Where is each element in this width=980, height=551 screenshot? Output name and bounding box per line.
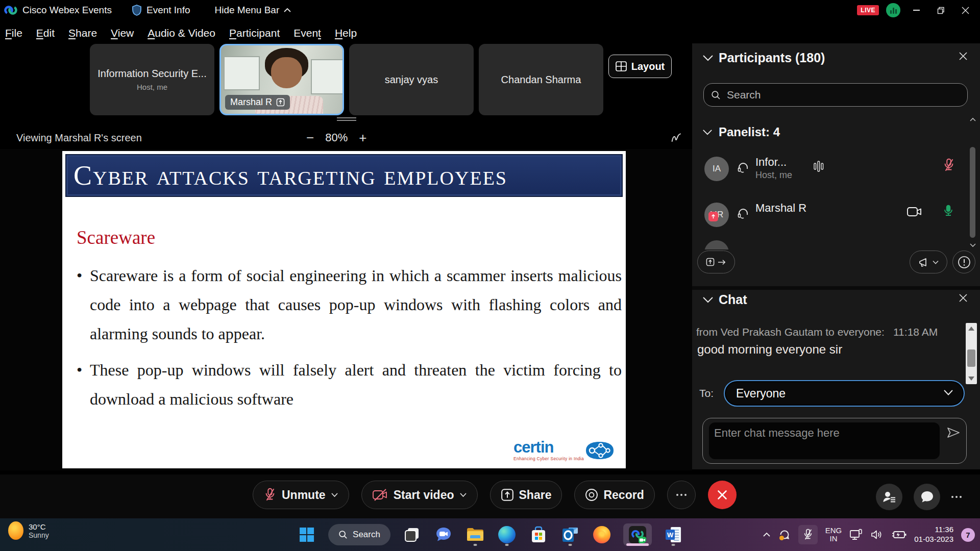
webex-app-button[interactable] xyxy=(623,523,652,546)
unmute-button[interactable]: Unmute xyxy=(253,481,349,509)
camera-on-icon[interactable] xyxy=(906,206,923,218)
viewing-bar: Viewing Marshal R's screen − 80% + xyxy=(0,127,692,149)
panel-divider xyxy=(692,286,980,290)
file-explorer-button[interactable] xyxy=(465,523,485,546)
scrollbar-thumb[interactable] xyxy=(970,147,975,238)
participants-collapse-chevron-icon[interactable] xyxy=(702,55,714,61)
share-content-arrow-button[interactable] xyxy=(697,251,735,273)
outlook-icon xyxy=(561,527,579,543)
bullet-1: Scareware is a form of social engineerin… xyxy=(90,261,622,348)
video-thumbnail-strip: Information Security E... Host, me Marsh… xyxy=(0,44,692,116)
participant-row-host[interactable]: IA Infor... Host, me xyxy=(692,154,968,190)
teams-chat-button[interactable] xyxy=(433,523,454,546)
update-sync-icon[interactable] xyxy=(778,529,791,541)
thumbnail-host[interactable]: Information Security E... Host, me xyxy=(90,44,214,115)
headset-icon xyxy=(737,208,749,219)
zoom-in-button[interactable]: + xyxy=(359,131,366,144)
menu-file[interactable]: File xyxy=(5,27,22,39)
participant-row-marshal[interactable]: MR Marshal R xyxy=(692,199,968,236)
chat-panel-button[interactable] xyxy=(914,484,940,510)
chat-to-row: To: Everyone xyxy=(692,380,980,408)
menu-audio-video[interactable]: Audio & Video xyxy=(148,27,215,39)
record-button[interactable]: Record xyxy=(574,481,654,509)
mic-on-icon[interactable] xyxy=(942,204,954,219)
app-title: Cisco Webex Events xyxy=(22,5,112,16)
participant-row-partial[interactable] xyxy=(692,239,968,249)
microsoft-store-button[interactable] xyxy=(528,523,549,546)
weather-temp: 30°C xyxy=(29,522,49,531)
annotate-button[interactable] xyxy=(670,131,684,145)
tray-time: 11:36 xyxy=(935,525,953,535)
chevron-down-icon[interactable] xyxy=(459,492,467,497)
participants-scrollbar[interactable] xyxy=(969,117,976,247)
mic-muted-icon[interactable] xyxy=(942,158,955,173)
panelist-collapse-chevron-icon[interactable] xyxy=(702,129,713,135)
volume-icon[interactable] xyxy=(870,529,884,541)
minimize-button[interactable] xyxy=(908,3,925,17)
connection-stats-icon[interactable] xyxy=(886,3,900,17)
tray-mic-muted-icon[interactable] xyxy=(798,525,818,544)
scrollbar-thumb[interactable] xyxy=(967,349,975,367)
leave-event-button[interactable] xyxy=(708,481,737,509)
more-options-button[interactable] xyxy=(667,481,696,509)
send-icon xyxy=(947,427,960,439)
outlook-button[interactable] xyxy=(560,523,580,546)
more-panels-button[interactable] xyxy=(951,496,962,498)
thumbnail-sanjay[interactable]: sanjay vyas xyxy=(349,44,474,115)
svg-text:W: W xyxy=(667,531,674,539)
announce-button[interactable] xyxy=(910,251,947,273)
battery-icon[interactable] xyxy=(891,529,906,540)
taskbar-search[interactable]: Search xyxy=(328,524,390,545)
menu-help[interactable]: Help xyxy=(335,27,357,39)
send-button[interactable] xyxy=(947,427,960,439)
chat-close-button[interactable] xyxy=(959,293,968,303)
menu-share[interactable]: Share xyxy=(68,27,97,39)
record-icon xyxy=(585,488,598,502)
chat-recipient-dropdown[interactable]: Everyone xyxy=(724,380,965,407)
store-icon xyxy=(530,526,547,543)
task-view-button[interactable] xyxy=(402,523,422,546)
menu-participant[interactable]: Participant xyxy=(229,27,280,39)
thumbnail-chandan[interactable]: Chandan Sharma xyxy=(479,44,603,115)
close-window-button[interactable] xyxy=(957,3,974,17)
zoom-out-button[interactable]: − xyxy=(306,131,314,144)
language-indicator[interactable]: ENG IN xyxy=(825,527,842,543)
hide-menu-bar-button[interactable]: Hide Menu Bar xyxy=(215,5,292,16)
start-button[interactable] xyxy=(297,523,317,546)
tray-expand-chevron[interactable] xyxy=(763,532,771,537)
chat-collapse-chevron-icon[interactable] xyxy=(702,296,714,303)
participants-search-input[interactable] xyxy=(727,89,951,101)
word-icon: W xyxy=(665,526,682,543)
participants-title: Participants (180) xyxy=(719,51,825,65)
info-button[interactable] xyxy=(952,251,975,273)
weather-condition: Sunny xyxy=(29,531,49,539)
layout-button[interactable]: Layout xyxy=(608,55,672,78)
menu-edit[interactable]: Edit xyxy=(36,27,55,39)
participants-close-button[interactable] xyxy=(959,52,968,61)
start-video-button[interactable]: Start video xyxy=(361,481,478,509)
chat-message-input[interactable] xyxy=(709,422,940,459)
share-button[interactable]: Share xyxy=(490,481,562,509)
participants-search[interactable] xyxy=(703,83,968,107)
panelist-group[interactable]: Panelist: 4 xyxy=(692,125,980,139)
weather-widget[interactable]: 30°C Sunny xyxy=(8,521,49,540)
thumbnail-marshal-video[interactable]: Marshal R xyxy=(219,44,344,115)
active-speaker-label: Marshal R xyxy=(225,95,290,110)
participants-panel-button[interactable] xyxy=(876,484,902,510)
restore-button[interactable] xyxy=(932,3,949,17)
menu-event[interactable]: Event xyxy=(293,27,321,39)
event-info-button[interactable]: Event Info xyxy=(131,4,190,16)
titlebar: Cisco Webex Events Event Info Hide Menu … xyxy=(0,0,980,20)
chevron-down-icon[interactable] xyxy=(331,492,338,497)
edge-button[interactable] xyxy=(497,523,517,546)
chat-scrollbar[interactable] xyxy=(966,323,977,384)
notification-badge[interactable]: 7 xyxy=(961,528,975,542)
clock[interactable]: 11:36 01-03-2023 xyxy=(914,525,953,544)
menu-view[interactable]: View xyxy=(111,27,134,39)
word-button[interactable]: W xyxy=(663,523,683,546)
firefox-button[interactable] xyxy=(592,523,612,546)
close-icon xyxy=(962,7,969,14)
network-icon[interactable] xyxy=(849,529,863,541)
strip-drag-handle[interactable] xyxy=(337,117,356,122)
bullet-2: These pop-up windows will falsely alert … xyxy=(90,356,622,414)
